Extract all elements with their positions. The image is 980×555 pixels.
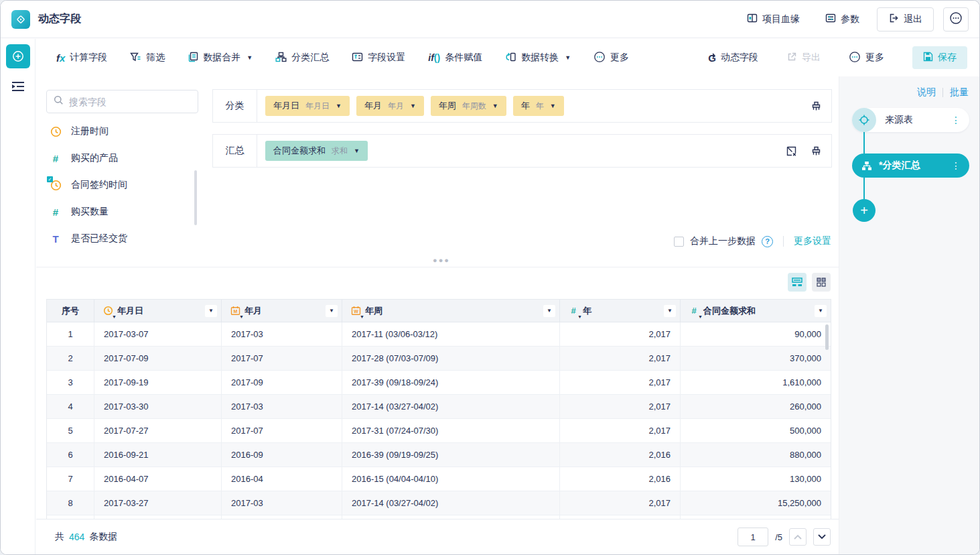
toolbar: fx 计算字段 筛选 数据合并 ▼ 分类汇总 字段设置 if() <box>36 39 979 76</box>
field-item-contract-sign-time[interactable]: ✓ 合同签约时间 <box>46 172 190 198</box>
add-step-button[interactable]: + <box>853 199 876 222</box>
panel-resize-handle[interactable]: ●●● <box>433 256 450 264</box>
category-tag-ym[interactable]: 年月 年月 ▼ <box>356 96 424 116</box>
category-tag-yw[interactable]: 年周 年周数 ▼ <box>431 96 506 116</box>
toolbar-more-button[interactable]: 更多 <box>593 51 629 65</box>
table-cell: 2017-28 (07/03-07/09) <box>342 347 560 371</box>
table-cell: 2017-11 (03/06-03/12) <box>342 322 560 347</box>
table-cell: 2016-09 <box>222 443 342 467</box>
table-cell: 2017-07-27 <box>94 419 222 443</box>
header-more-button[interactable] <box>943 7 969 32</box>
table-cell: 2016-09-21 <box>94 443 222 467</box>
flow-node-group-summary[interactable]: *分类汇总 ⋮ <box>852 153 969 178</box>
column-header-month: M▼ 年月 ▼ <box>222 300 342 322</box>
add-field-button[interactable] <box>6 44 30 68</box>
data-transform-button[interactable]: 数据转换 ▼ <box>505 52 571 64</box>
table-cell: 2,017 <box>560 419 681 443</box>
column-header-index: 序号 <box>47 300 94 322</box>
chevron-down-icon[interactable]: ▼ <box>550 103 556 109</box>
next-page-button[interactable] <box>813 528 831 546</box>
tab-batch[interactable]: 批量 <box>950 86 969 99</box>
merge-checkbox-label: 合并上一步数据 <box>690 235 756 247</box>
collapse-fields-icon[interactable] <box>11 80 25 95</box>
node-menu-icon[interactable]: ⋮ <box>951 115 961 125</box>
tab-description[interactable]: 说明 <box>917 86 936 99</box>
sitemap-icon <box>861 161 872 171</box>
config-area: 注册时间 # 购买的产品 ✓ 合同签约时间 # 购买数量 T 是否已经交货 分类 <box>36 76 840 267</box>
total-count: 464 <box>69 532 84 542</box>
chevron-down-icon[interactable]: ▼ <box>354 147 360 154</box>
column-dropdown[interactable]: ▼ <box>543 305 555 317</box>
exit-button[interactable]: 退出 <box>877 7 934 32</box>
summary-label: 汇总 <box>213 135 257 167</box>
field-item-purchased-product[interactable]: # 购买的产品 <box>46 145 190 172</box>
clear-all-icon[interactable] <box>811 101 822 112</box>
group-summary-button[interactable]: 分类汇总 <box>275 52 329 64</box>
field-item-delivered[interactable]: T 是否已经交货 <box>46 225 190 252</box>
flow-node-source-table[interactable]: 来源表 ⋮ <box>852 108 969 132</box>
table-cell: 500,000 <box>681 419 831 443</box>
table-scrollbar[interactable] <box>825 324 829 350</box>
column-dropdown[interactable]: ▼ <box>815 305 827 317</box>
table-cell: 2017-09-19 <box>94 371 222 395</box>
if-icon: if() <box>428 52 440 63</box>
number-icon: # <box>49 153 62 164</box>
conditional-assign-button[interactable]: if() 条件赋值 <box>428 52 482 64</box>
merge-checkbox[interactable] <box>674 237 684 247</box>
category-label: 分类 <box>213 90 257 122</box>
status-bar: 共 464 条数据 /5 <box>36 519 840 554</box>
project-lineage-button[interactable]: 项目血缘 <box>739 13 808 25</box>
filter-button[interactable]: 筛选 <box>130 52 165 64</box>
divider <box>942 88 943 97</box>
field-item-purchase-qty[interactable]: # 购买数量 <box>46 198 190 225</box>
table-body: 12017-03-072017-032017-11 (03/06-03/12)2… <box>47 322 831 515</box>
table-cell: 7 <box>47 467 94 491</box>
grid-view-toggle[interactable] <box>812 273 831 292</box>
table-cell: 2016-39 (09/19-09/25) <box>342 443 560 467</box>
chevron-down-icon[interactable]: ▼ <box>410 103 416 109</box>
divider <box>783 236 784 247</box>
column-dropdown[interactable]: ▼ <box>205 305 217 317</box>
save-button[interactable]: 保存 <box>912 46 967 69</box>
field-list-scrollbar[interactable] <box>194 170 197 225</box>
app-logo-icon <box>11 10 30 29</box>
node-menu-icon[interactable]: ⋮ <box>951 161 961 170</box>
table-row: 52017-07-272017-072017-31 (07/24-07/30)2… <box>47 419 831 443</box>
parameters-button[interactable]: 参数 <box>817 13 867 25</box>
column-dropdown[interactable]: ▼ <box>664 305 676 317</box>
table-cell: 2,017 <box>560 395 681 419</box>
clock-icon <box>49 126 62 137</box>
prev-page-button[interactable] <box>789 528 807 546</box>
flow-panel: 说明 批量 来源表 ⋮ *分类汇总 ⋮ + <box>839 76 979 554</box>
clear-all-icon[interactable] <box>811 145 822 157</box>
field-list: 注册时间 # 购买的产品 ✓ 合同签约时间 # 购买数量 T 是否已经交货 <box>46 118 190 252</box>
category-tag-y[interactable]: 年 年 ▼ <box>513 96 564 116</box>
export-button[interactable]: 导出 <box>786 52 821 64</box>
chevron-down-icon[interactable]: ▼ <box>492 103 498 109</box>
field-settings-button[interactable]: 字段设置 <box>352 52 405 64</box>
column-dropdown[interactable]: ▼ <box>326 305 338 317</box>
page-input[interactable] <box>738 528 768 546</box>
table-cell: 5 <box>47 419 94 443</box>
category-tag-ymd[interactable]: 年月日 年月日 ▼ <box>265 96 350 116</box>
merge-options-row: 合并上一步数据 ? 更多设置 <box>674 235 831 247</box>
table-cell: 2017-07 <box>222 347 342 371</box>
search-input[interactable] <box>69 97 191 107</box>
exit-icon <box>888 13 899 25</box>
field-settings-icon <box>352 52 363 64</box>
help-icon[interactable]: ? <box>762 236 773 247</box>
field-search-box <box>46 90 198 113</box>
table-cell: 2017-03 <box>222 322 342 347</box>
data-merge-button[interactable]: 数据合并 ▼ <box>188 52 253 64</box>
summary-tag-contract-sum[interactable]: 合同金额求和 求和 ▼ <box>265 141 368 161</box>
calc-field-button[interactable]: fx 计算字段 <box>56 52 107 64</box>
toolbar-more2-button[interactable]: 更多 <box>849 51 884 65</box>
table-cell: 2 <box>47 347 94 371</box>
clear-field-icon[interactable] <box>786 145 797 157</box>
list-view-toggle[interactable] <box>788 273 807 292</box>
chevron-down-icon[interactable]: ▼ <box>336 103 342 109</box>
table-row: 62016-09-212016-092016-39 (09/19-09/25)2… <box>47 443 831 467</box>
field-item-register-time[interactable]: 注册时间 <box>46 118 190 145</box>
dynamic-field-button[interactable]: G 动态字段 <box>708 52 758 64</box>
more-settings-link[interactable]: 更多设置 <box>794 235 831 247</box>
